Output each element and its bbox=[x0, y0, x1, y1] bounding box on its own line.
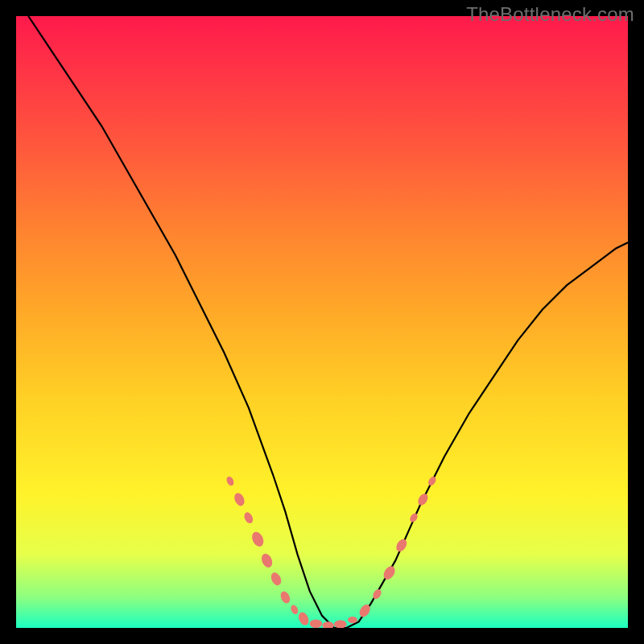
highlight-bead bbox=[427, 475, 437, 486]
highlight-bead bbox=[394, 537, 409, 553]
highlight-bead bbox=[310, 620, 323, 628]
highlight-bead bbox=[322, 621, 333, 628]
highlight-bead bbox=[233, 491, 246, 507]
highlight-bead bbox=[382, 564, 398, 582]
highlight-bead bbox=[225, 475, 235, 486]
chart-frame bbox=[16, 16, 628, 628]
highlight-bead bbox=[297, 611, 311, 627]
highlight-bead bbox=[348, 617, 357, 623]
highlight-bead bbox=[416, 492, 430, 507]
highlight-bead bbox=[269, 571, 283, 587]
highlight-bead bbox=[290, 604, 299, 615]
highlight-bead bbox=[259, 552, 274, 569]
highlight-bead bbox=[279, 590, 291, 605]
bottleneck-curve bbox=[28, 16, 628, 628]
highlight-bead bbox=[242, 511, 254, 525]
highlight-beads-group bbox=[225, 475, 438, 628]
highlight-bead bbox=[250, 530, 266, 548]
chart-svg bbox=[16, 16, 628, 628]
watermark-text: TheBottleneck.com bbox=[466, 3, 634, 26]
highlight-bead bbox=[334, 620, 347, 628]
highlight-bead bbox=[408, 512, 419, 523]
